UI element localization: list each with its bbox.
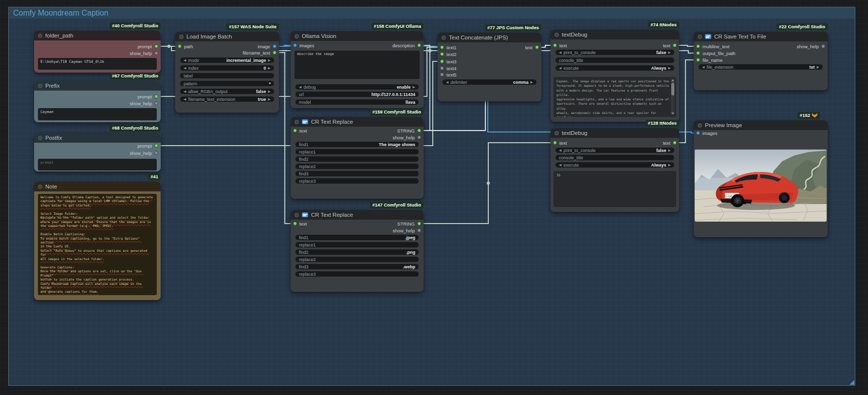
node-cr-save-text-to-file[interactable]: #22 Comfyroll Studio CR Save Text To Fil… [694,32,828,90]
node-header[interactable]: Preview Image [694,120,828,130]
node-text-concatenate[interactable]: #77 JPS Custom Nodes Text Concatenate (J… [438,33,541,101]
widget-debug[interactable]: ◀debugenable▶ [295,84,419,90]
display-scrollbar[interactable] [671,78,675,115]
widget-print-to-console[interactable]: ◀print_to_consolefalse▶ [555,148,674,153]
input-dot[interactable] [696,51,700,55]
widget-file-extension[interactable]: ◀file_extensiontxt▶ [699,64,823,70]
input-slot-images[interactable]: images [696,130,718,136]
widget-find1[interactable]: find1.jpeg [295,235,419,240]
node-collapse-dot[interactable] [295,213,299,217]
widget-model[interactable]: modelllava [295,99,419,105]
widget-url[interactable]: urlhttp://127.0.0.1:11434 [295,92,419,97]
widget-replace1[interactable]: replace1 [295,242,419,247]
node-header[interactable]: Note [34,182,161,191]
output-slot-string[interactable]: STRING [397,128,421,133]
node-postfix[interactable]: #68 Comfyroll Studio Postfix prompt show… [34,133,161,171]
node-header[interactable]: textDebug [551,128,679,138]
input-slot-output-file-path[interactable]: output_file_path [696,50,736,56]
increment-arrow-icon[interactable]: ▶ [268,58,271,62]
widget-replace2[interactable]: replace2 [295,257,419,262]
node-header[interactable]: CR Save Text To File [694,32,828,41]
node-collapse-dot[interactable] [295,120,299,124]
widget-filename-text-extension[interactable]: ◀filename_text_extensiontrue▶ [180,96,274,102]
input-dot[interactable] [440,66,444,70]
node-collapse-dot[interactable] [38,84,42,88]
output-dot[interactable] [154,151,158,155]
output-slot-show-help[interactable]: show_help [130,50,158,56]
output-slot-prompt[interactable]: prompt [137,94,158,99]
widget-delimiter[interactable]: ◀delimitercomma▶ [443,79,536,85]
output-slot-text[interactable]: text [525,44,539,50]
postfix-textarea[interactable]: prompt [38,159,157,170]
output-dot[interactable] [154,44,158,48]
node-text-debug-1[interactable]: #74 ttNodes textDebug text text ◀print_t… [551,30,679,122]
output-dot[interactable] [417,129,421,132]
decrement-arrow-icon[interactable]: ◀ [559,163,561,167]
node-collapse-dot[interactable] [295,34,299,38]
node-collapse-dot[interactable] [698,35,702,39]
widget-find2[interactable]: find2.png [295,249,419,255]
output-slot-show-help[interactable]: show_help [130,150,158,156]
input-slot-text1[interactable]: text1 [440,44,457,50]
widget-find2[interactable]: find2 [295,156,419,162]
input-dot[interactable] [696,131,700,135]
node-header[interactable]: Text Concatenate (JPS) [438,33,541,42]
input-slot-file-name[interactable]: file_name [696,57,722,63]
node-header[interactable]: Load Image Batch [175,32,279,41]
node-text-debug-2[interactable]: #128 ttNodes textDebug text text ◀print_… [551,128,679,212]
widget-execute[interactable]: ◀executeAlways▶ [555,65,674,71]
output-slot-show-help[interactable]: show_help [130,100,158,106]
output-slot-description[interactable]: description [392,42,421,48]
decrement-arrow-icon[interactable]: ◀ [184,97,186,101]
input-slot-text[interactable]: text [293,128,307,133]
input-dot[interactable] [440,45,444,49]
scroll-down-icon[interactable] [671,113,674,114]
increment-arrow-icon[interactable]: ▶ [268,97,271,101]
widget-find1[interactable]: find1The image shows [295,142,419,147]
output-slot-text[interactable]: text [663,42,677,48]
output-slot-prompt[interactable]: prompt [137,43,158,49]
decrement-arrow-icon[interactable]: ◀ [184,66,186,70]
output-dot[interactable] [417,43,421,47]
increment-arrow-icon[interactable]: ▶ [668,163,671,167]
widget-replace2[interactable]: replace2 [295,164,419,169]
output-dot[interactable] [673,141,677,145]
increment-arrow-icon[interactable]: ▶ [531,80,533,84]
increment-arrow-icon[interactable]: ▶ [268,66,271,70]
output-dot[interactable] [417,228,421,232]
node-preview-image[interactable]: #152 Preview Image images [694,120,828,237]
output-slot-prompt[interactable]: prompt [137,143,158,149]
input-dot[interactable] [178,44,182,48]
widget-find3[interactable]: find3.webp [295,264,419,269]
input-slot-text5[interactable]: text5 [440,72,457,77]
node-prefix[interactable]: #67 Comfyroll Studio Prefix prompt show_… [34,81,161,122]
node-collapse-dot[interactable] [698,123,702,128]
increment-arrow-icon[interactable]: ▶ [668,66,671,70]
output-dot[interactable] [273,44,277,48]
node-header[interactable]: CR Text Replace [291,117,424,127]
input-dot[interactable] [293,129,297,132]
increment-arrow-icon[interactable]: ▶ [413,85,415,89]
ollama-prompt-textarea[interactable]: describe the image [295,51,420,79]
increment-arrow-icon[interactable]: ▶ [668,149,671,152]
output-dot[interactable] [535,45,539,49]
output-dot[interactable] [417,135,421,139]
widget-mode[interactable]: ◀modeincremental_image▶ [180,57,274,63]
scroll-up-icon[interactable] [671,79,674,81]
node-collapse-dot[interactable] [38,185,42,189]
input-dot[interactable] [440,52,444,56]
output-slot-text[interactable]: text [663,140,677,146]
input-slot-text[interactable]: text [553,140,567,146]
node-header[interactable]: folder_path [34,31,161,40]
output-slot-show-help[interactable]: show_help [393,227,421,233]
node-header[interactable]: CR Text Replace [291,210,424,220]
input-slot-images[interactable]: images [293,42,314,48]
node-ollama-vision[interactable]: #158 ComfyUI Ollama Ollama Vision images… [291,31,424,108]
node-header[interactable]: Prefix [34,81,161,91]
widget-replace1[interactable]: replace1 [295,149,419,154]
output-dot[interactable] [154,101,158,105]
input-dot[interactable] [696,58,700,62]
increment-arrow-icon[interactable]: ▶ [668,51,671,54]
input-dot[interactable] [440,73,444,76]
widget-execute[interactable]: ◀executeAlways▶ [555,162,674,168]
